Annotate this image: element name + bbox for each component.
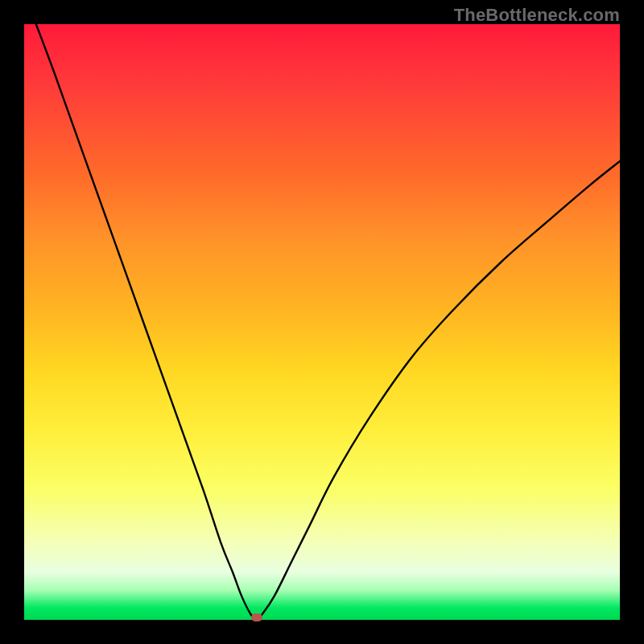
optimal-point-marker — [251, 613, 262, 621]
watermark-text: TheBottleneck.com — [454, 5, 620, 26]
plot-area — [24, 24, 620, 620]
bottleneck-curve — [24, 24, 620, 620]
chart-frame: TheBottleneck.com — [0, 0, 644, 644]
